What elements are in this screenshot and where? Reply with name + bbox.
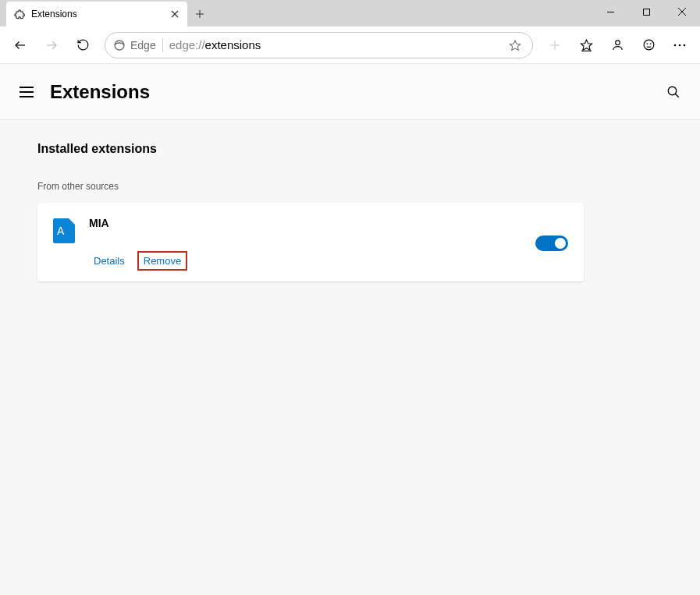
extension-icon: A <box>53 218 75 243</box>
svg-point-18 <box>647 44 648 44</box>
svg-point-17 <box>644 40 654 50</box>
page-header: Extensions <box>0 64 700 120</box>
profile-button[interactable] <box>603 31 631 59</box>
address-bar[interactable]: Edge edge://extensions <box>105 32 533 58</box>
svg-point-26 <box>668 87 677 95</box>
extension-card: A MIA Details Remove <box>37 203 584 282</box>
refresh-button[interactable] <box>69 31 97 59</box>
svg-point-16 <box>615 41 620 45</box>
back-button[interactable] <box>6 31 34 59</box>
menu-toggle-button[interactable] <box>17 83 36 101</box>
extension-enable-toggle[interactable] <box>535 236 568 251</box>
extension-body: MIA Details Remove <box>89 217 521 269</box>
favorites-button[interactable] <box>572 31 600 59</box>
forward-button[interactable] <box>37 31 66 59</box>
tab-strip: Extensions <box>0 0 212 27</box>
svg-point-20 <box>674 44 677 46</box>
favorite-star-icon[interactable] <box>506 36 524 55</box>
extension-icon-letter: A <box>57 225 64 237</box>
remove-link[interactable]: Remove <box>139 253 186 269</box>
page-title: Extensions <box>50 81 150 103</box>
extension-name: MIA <box>89 217 521 229</box>
close-window-button[interactable] <box>664 0 700 23</box>
browser-tab[interactable]: Extensions <box>6 2 187 27</box>
extension-puzzle-icon <box>12 8 25 20</box>
titlebar: Extensions <box>0 0 700 27</box>
url-path: extensions <box>205 38 261 51</box>
tab-close-button[interactable] <box>169 8 181 20</box>
feedback-smiley-button[interactable] <box>634 31 663 59</box>
installed-extensions-heading: Installed extensions <box>37 142 663 156</box>
browser-toolbar: Edge edge://extensions <box>0 27 700 64</box>
search-button[interactable] <box>664 83 683 101</box>
svg-marker-11 <box>510 41 520 50</box>
window-controls <box>592 0 700 23</box>
toggle-knob <box>555 238 566 249</box>
url-protocol: edge:// <box>169 38 205 51</box>
add-button[interactable] <box>541 31 569 59</box>
svg-point-21 <box>679 44 681 46</box>
more-menu-button[interactable] <box>666 31 694 59</box>
svg-rect-5 <box>643 9 649 15</box>
svg-line-27 <box>675 94 679 97</box>
site-identity-label: Edge <box>130 39 156 51</box>
svg-point-22 <box>684 44 686 46</box>
source-label: From other sources <box>37 181 663 192</box>
svg-marker-14 <box>581 40 592 50</box>
site-identity: Edge <box>113 39 156 51</box>
edge-icon <box>113 39 126 51</box>
minimize-button[interactable] <box>592 0 628 23</box>
url-text: edge://extensions <box>169 38 499 51</box>
maximize-button[interactable] <box>628 0 664 23</box>
tab-title: Extensions <box>31 9 162 19</box>
details-link[interactable]: Details <box>89 253 130 269</box>
svg-point-10 <box>115 41 124 50</box>
page-content: Installed extensions From other sources … <box>0 120 700 303</box>
extension-actions: Details Remove <box>89 253 521 269</box>
address-separator <box>162 38 163 52</box>
new-tab-button[interactable] <box>187 2 212 27</box>
svg-point-19 <box>650 44 651 44</box>
